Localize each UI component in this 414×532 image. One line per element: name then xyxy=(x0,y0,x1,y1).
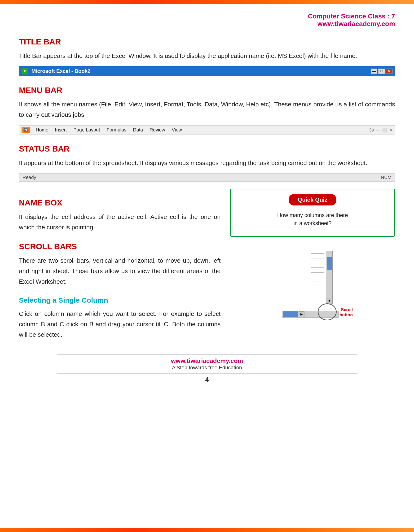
excel-icon: X xyxy=(21,68,28,75)
menu-data[interactable]: Data xyxy=(132,127,144,133)
menu-right-controls: ⓪ — ⬜ ✕ xyxy=(369,127,393,133)
footer-website: www.tiwariacademy.com xyxy=(19,357,395,365)
status-left-text: Ready xyxy=(22,175,36,180)
titlebar-controls: — ❐ ✕ xyxy=(371,68,393,74)
footer-divider-bottom xyxy=(57,373,357,374)
menu-review[interactable]: Review xyxy=(149,127,166,133)
quick-quiz-line2: in a worksheet? xyxy=(294,220,332,226)
quick-quiz-header: Quick Quiz xyxy=(289,194,336,206)
menu-close-icon[interactable]: ✕ xyxy=(389,127,393,133)
status-right-text: NUM xyxy=(381,175,392,180)
scroll-diagram-container: ▼ ▶ Scroll button — xyxy=(279,248,346,324)
name-box-heading: NAME BOX xyxy=(19,198,221,207)
top-gradient-bar xyxy=(0,0,414,4)
top-header: Computer Science Class : 7 www.tiwariaca… xyxy=(19,11,395,28)
title-bar-heading: TITLE BAR xyxy=(19,37,395,46)
footer-tagline: A Step towards free Education xyxy=(19,365,395,371)
quick-quiz-line1: How many columns are there xyxy=(277,212,348,218)
horizontal-right-arrow[interactable]: ▶ xyxy=(299,311,304,317)
menu-home[interactable]: Home xyxy=(35,127,49,133)
quick-quiz-box: Quick Quiz How many columns are there in… xyxy=(230,189,395,237)
maximize-button[interactable]: ❐ xyxy=(378,68,385,74)
header-website: www.tiwariacademy.com xyxy=(19,20,395,28)
title-bar-demo: X Microsoft Excel - Book2 — ❐ ✕ xyxy=(19,66,395,76)
selecting-column-body: Click on column name which you want to s… xyxy=(19,309,221,340)
menu-bar-section: MENU BAR It shows all the menu names (Fi… xyxy=(19,86,395,134)
menu-insert[interactable]: Insert xyxy=(54,127,68,133)
help-icon[interactable]: ⓪ xyxy=(369,127,374,133)
horizontal-scroll-thumb xyxy=(283,311,298,317)
page-number: 4 xyxy=(19,376,395,383)
left-column: NAME BOX It displays the cell address of… xyxy=(19,189,221,345)
menu-page-layout[interactable]: Page Layout xyxy=(72,127,101,133)
vertical-scroll-thumb xyxy=(327,257,332,270)
vertical-scroll-arrow[interactable]: ▼ xyxy=(326,298,333,304)
bottom-gradient-bar xyxy=(0,528,414,532)
scroll-bars-body: There are two scroll bars, vertical and … xyxy=(19,255,221,287)
titlebar-label-container: X Microsoft Excel - Book2 xyxy=(21,68,90,75)
footer-divider xyxy=(57,354,357,355)
menu-bar-heading: MENU BAR xyxy=(19,86,395,95)
two-column-layout: NAME BOX It displays the cell address of… xyxy=(19,189,395,345)
selecting-column-section: Selecting a Single Column Click on colum… xyxy=(19,296,221,340)
row-lines xyxy=(311,253,324,286)
footer: www.tiwariacademy.com A Step towards fre… xyxy=(19,354,395,390)
right-column: Quick Quiz How many columns are there in… xyxy=(230,189,395,345)
name-box-body: It displays the cell address of the acti… xyxy=(19,212,221,232)
name-box-section: NAME BOX It displays the cell address of… xyxy=(19,198,221,232)
title-bar-body: Title Bar appears at the top of the Exce… xyxy=(19,51,395,61)
menu-minimize-icon[interactable]: — xyxy=(376,127,380,133)
scroll-button-label-line1: Scroll xyxy=(341,307,353,312)
status-bar-section: STATUS BAR It appears at the bottom of t… xyxy=(19,144,395,181)
status-bar-demo: Ready NUM xyxy=(19,173,395,181)
titlebar-text: Microsoft Excel - Book2 xyxy=(31,68,90,74)
scroll-button-circle xyxy=(318,303,337,320)
selecting-column-heading: Selecting a Single Column xyxy=(19,296,221,304)
close-button[interactable]: ✕ xyxy=(386,68,393,74)
scroll-arrow-pointer: — xyxy=(337,309,341,313)
svg-text:O: O xyxy=(25,128,27,132)
class-title: Computer Science Class : 7 xyxy=(19,12,395,20)
menu-formulas[interactable]: Formulas xyxy=(106,127,127,133)
scroll-button-label-line2: button xyxy=(339,313,353,318)
status-bar-body: It appears at the bottom of the spreadsh… xyxy=(19,158,395,168)
vertical-scroll-track xyxy=(326,251,333,298)
menu-restore-icon[interactable]: ⬜ xyxy=(382,127,387,133)
title-bar-section: TITLE BAR Title Bar appears at the top o… xyxy=(19,37,395,76)
quick-quiz-body: How many columns are there in a workshee… xyxy=(235,208,391,232)
scroll-bars-heading: SCROLL BARS xyxy=(19,242,221,251)
scroll-bars-section: SCROLL BARS There are two scroll bars, v… xyxy=(19,242,221,287)
status-bar-heading: STATUS BAR xyxy=(19,144,395,153)
menu-bar-demo: O Home Insert Page Layout Formulas Data … xyxy=(19,125,395,135)
office-button[interactable]: O xyxy=(21,127,30,133)
minimize-button[interactable]: — xyxy=(371,68,377,74)
scrollbar-diagram: ▼ ▶ Scroll button — xyxy=(230,246,395,326)
menu-bar-body: It shows all the menu names (File, Edit,… xyxy=(19,99,395,120)
menu-view[interactable]: View xyxy=(171,127,183,133)
